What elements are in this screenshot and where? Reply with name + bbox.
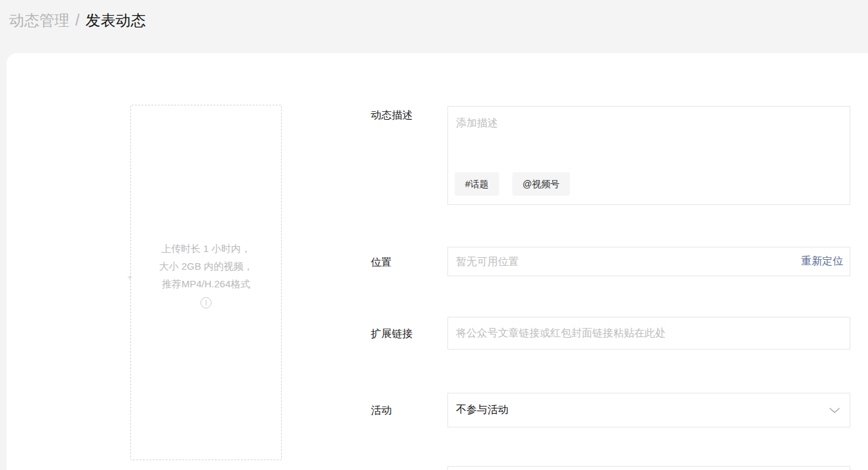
location-field: 重新定位 — [447, 247, 850, 276]
plus-icon: + — [126, 273, 134, 282]
location-input[interactable] — [448, 247, 801, 276]
publish-form-card: 上传时长 1 小时内， 大小 2GB 内的视频， 推荐MP4/H.264格式 +… — [7, 53, 868, 470]
next-field-partial[interactable] — [447, 466, 850, 470]
activity-select[interactable]: 不参与活动 — [447, 393, 850, 427]
upload-hint-line: 大小 2GB 内的视频， — [131, 257, 281, 275]
topic-button[interactable]: #话题 — [455, 172, 499, 196]
breadcrumb: 动态管理/发表动态 — [9, 10, 145, 30]
chevron-down-icon — [829, 407, 840, 414]
info-icon — [200, 297, 212, 308]
upload-hint: 上传时长 1 小时内， 大小 2GB 内的视频， 推荐MP4/H.264格式 — [131, 240, 281, 314]
relocate-link[interactable]: 重新定位 — [801, 255, 850, 268]
upload-hint-line: 推荐MP4/H.264格式 — [131, 275, 281, 293]
publish-post-page: 动态管理/发表动态 上传时长 1 小时内， 大小 2GB 内的视频， 推荐MP4… — [0, 0, 868, 470]
description-actions: #话题 @视频号 — [455, 172, 570, 196]
breadcrumb-link-post-management[interactable]: 动态管理 — [9, 12, 69, 29]
description-label: 动态描述 — [371, 109, 413, 122]
video-upload-dropzone[interactable]: 上传时长 1 小时内， 大小 2GB 内的视频， 推荐MP4/H.264格式 — [130, 105, 282, 460]
upload-hint-line: 上传时长 1 小时内， — [131, 240, 281, 257]
extended-link-input[interactable] — [448, 317, 850, 349]
activity-label: 活动 — [371, 404, 392, 418]
extended-link-label: 扩展链接 — [371, 327, 413, 341]
description-field: #话题 @视频号 — [447, 106, 850, 205]
extended-link-field — [447, 317, 850, 350]
description-textarea[interactable] — [448, 107, 850, 164]
breadcrumb-separator: / — [75, 12, 79, 29]
location-label: 位置 — [371, 256, 392, 270]
page-title: 发表动态 — [85, 12, 145, 29]
mention-channel-button[interactable]: @视频号 — [512, 172, 570, 196]
activity-selected-value: 不参与活动 — [456, 403, 829, 417]
